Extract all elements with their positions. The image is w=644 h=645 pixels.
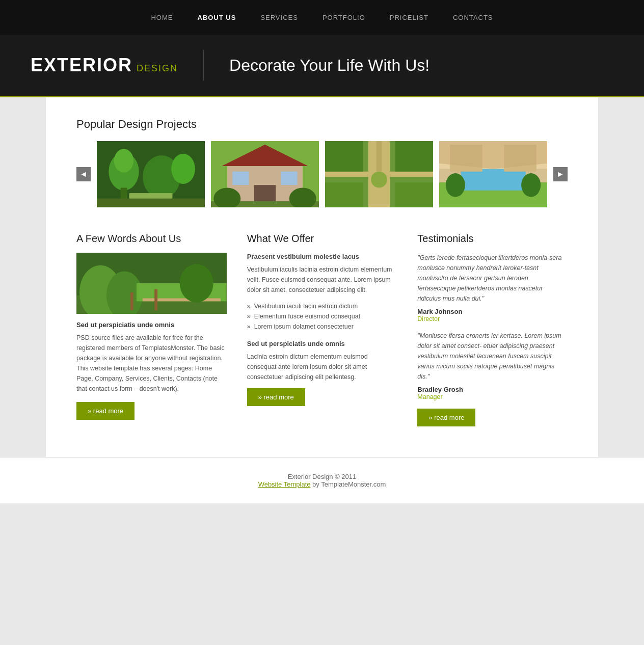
svg-rect-28 [461,169,525,190]
svg-rect-12 [232,172,249,185]
nav-item-pricelist[interactable]: PRICELIST [390,13,428,21]
testimonial-quote-1: "Gerts lerode fertasecioquet tikertderos… [417,253,568,304]
gallery-prev-button[interactable]: ◄ [76,167,91,181]
nav-item-contacts[interactable]: CONTACTS [453,13,493,21]
gallery-items [97,141,547,207]
svg-rect-7 [129,193,173,199]
nav-link-services[interactable]: SERVICES [260,14,298,21]
hero-divider [203,50,204,80]
gallery-next-button[interactable]: ► [553,167,568,181]
testimonials-readmore-button[interactable]: » read more [417,409,475,426]
nav-item-home[interactable]: HOME [151,13,173,21]
offer-readmore-button[interactable]: » read more [247,388,305,406]
gallery-title: Popular Design Projects [76,113,568,131]
footer-suffix: by TemplateMonster.com [310,480,386,488]
gallery-item[interactable] [97,141,205,207]
offer-title: What We Offer [247,233,397,245]
offer-column: What We Offer Praesent vestibulum molest… [247,233,397,426]
testimonial-role-1: Director [417,315,568,322]
svg-rect-23 [395,182,433,207]
about-title: A Few Words About Us [76,233,227,245]
testimonials-title: Testimonials [417,233,568,245]
offer-text2: Lacinia estroin dictum elementum euismod… [247,352,397,382]
offer-text1: Vestibulum iaculis lacinia estroin dictu… [247,264,397,295]
footer-template-link[interactable]: Website Template [258,480,311,488]
footer-copyright: Exterior Design © 2011 [15,473,629,480]
svg-rect-13 [281,172,298,185]
logo-design: DESIGN [137,63,178,74]
svg-point-33 [446,173,465,197]
svg-marker-32 [439,141,547,169]
svg-point-34 [521,173,541,197]
testimonial-quote-2: "Monlusce lfersa eronerts ler kertase. L… [417,331,568,382]
svg-point-43 [180,264,213,302]
nav-link-about[interactable]: ABOUT US [197,14,236,21]
nav-link-pricelist[interactable]: PRICELIST [390,14,428,21]
testimonial-role-2: Manager [417,393,568,400]
testimonial-name-1: Mark Johnson [417,308,568,315]
svg-rect-6 [97,199,205,207]
main-content: Popular Design Projects ◄ [46,97,598,457]
svg-rect-21 [395,141,433,172]
nav-link-portfolio[interactable]: PORTFOLIO [323,14,365,21]
about-image [76,253,227,314]
offer-list-item: Elementum fusce euismod consequat [247,311,397,321]
nav-item-portfolio[interactable]: PORTFOLIO [323,13,365,21]
gallery-item[interactable] [439,141,547,207]
nav-link-home[interactable]: HOME [151,14,173,21]
svg-rect-40 [143,298,221,301]
testimonials-column: Testimonials "Gerts lerode fertasecioque… [417,233,568,426]
gallery-wrapper: ◄ [76,141,568,207]
offer-list-item: Lorem ipsum dolamet consectetuer [247,321,397,332]
offer-list-item: Vestibulum iaculi lacin estroin dictum [247,301,397,311]
footer: Exterior Design © 2011 Website Template … [0,457,644,503]
svg-rect-20 [325,141,363,172]
nav-item-about[interactable]: ABOUT US [197,13,236,21]
offer-list: Vestibulum iaculi lacin estroin dictum E… [247,301,397,332]
about-body: PSD source files are available for free … [76,333,227,394]
about-readmore-button[interactable]: » read more [76,402,135,420]
nav-link-contacts[interactable]: CONTACTS [453,14,493,21]
offer-subtitle2: Sed ut perspiciatis unde omnis [247,340,397,347]
three-column-section: A Few Words About Us Sed ut perspic [76,233,568,426]
logo-exterior: EXTERIOR [31,55,132,76]
hero-section: EXTERIOR DESIGN Decorate Your Life With … [0,35,644,97]
hero-logo: EXTERIOR DESIGN [31,55,178,76]
about-column: A Few Words About Us Sed ut perspic [76,233,227,426]
svg-rect-42 [154,289,157,310]
hero-tagline: Decorate Your Life With Us! [229,56,430,75]
svg-point-24 [371,172,387,188]
nav-item-services[interactable]: SERVICES [260,13,298,21]
gallery-item[interactable] [325,141,433,207]
svg-point-2 [114,149,133,173]
main-nav: HOME ABOUT US SERVICES PORTFOLIO PRICELI… [0,0,644,35]
offer-subtitle1: Praesent vestibulum molestie lacus [247,253,397,260]
svg-rect-25 [377,141,382,172]
about-subtitle: Sed ut perspiciatis unde omnis [76,321,227,329]
svg-rect-22 [325,182,363,207]
svg-rect-41 [130,292,133,310]
svg-point-5 [171,154,195,184]
gallery-item[interactable] [211,141,319,207]
footer-template: Website Template by TemplateMonster.com [15,480,629,488]
testimonial-name-2: Bradley Grosh [417,386,568,393]
